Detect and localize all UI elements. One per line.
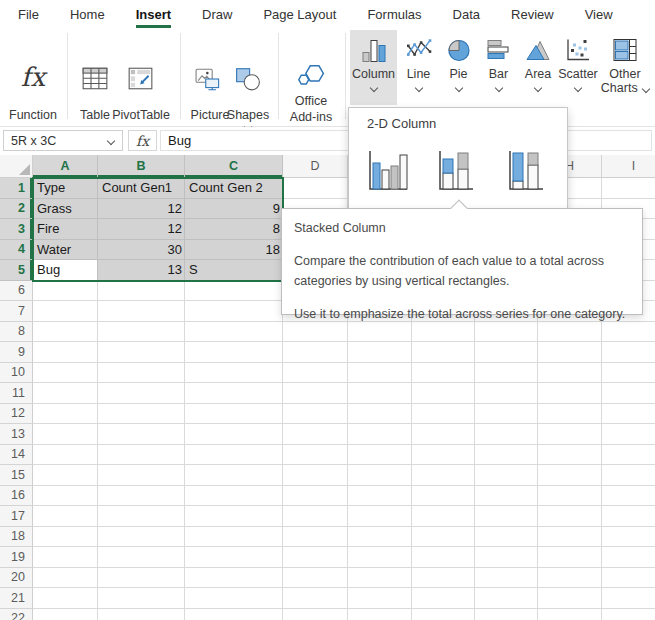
cell-E18[interactable] [348, 527, 412, 548]
cell-B16[interactable] [98, 486, 185, 507]
column-header-I[interactable]: I [602, 155, 655, 178]
row-header-8[interactable]: 8 [0, 322, 33, 343]
menu-tab-formulas[interactable]: Formulas [367, 0, 421, 28]
cell-F12[interactable] [412, 404, 475, 425]
menu-tab-home[interactable]: Home [70, 0, 105, 28]
row-header-2[interactable]: 2 [0, 199, 33, 220]
cell-A10[interactable] [33, 363, 98, 384]
row-header-5[interactable]: 5 [0, 260, 33, 281]
chevron-down-icon[interactable] [574, 84, 582, 92]
cell-H19[interactable] [538, 547, 602, 568]
cell-B21[interactable] [98, 588, 185, 609]
cell-B1[interactable]: Count Gen1 [98, 178, 185, 199]
cell-E22[interactable] [348, 609, 412, 620]
cell-E13[interactable] [348, 424, 412, 445]
cell-I16[interactable] [602, 486, 655, 507]
cell-F8[interactable] [412, 322, 475, 343]
cell-B13[interactable] [98, 424, 185, 445]
cell-C18[interactable] [185, 527, 283, 548]
row-header-11[interactable]: 11 [0, 383, 33, 404]
menu-tab-file[interactable]: File [18, 0, 39, 28]
menu-tab-view[interactable]: View [585, 0, 613, 28]
cell-G13[interactable] [475, 424, 538, 445]
chart-area-button[interactable]: Area [518, 30, 558, 105]
cell-A6[interactable] [33, 281, 98, 302]
cell-C2[interactable]: 9 [185, 199, 283, 220]
row-header-22[interactable]: 22 [0, 609, 33, 620]
cell-C19[interactable] [185, 547, 283, 568]
cell-G11[interactable] [475, 383, 538, 404]
cell-B3[interactable]: 12 [98, 219, 185, 240]
cell-H13[interactable] [538, 424, 602, 445]
cell-H20[interactable] [538, 568, 602, 589]
cell-H18[interactable] [538, 527, 602, 548]
cell-I19[interactable] [602, 547, 655, 568]
cell-C17[interactable] [185, 506, 283, 527]
chevron-down-icon[interactable] [414, 84, 422, 92]
menu-tab-data[interactable]: Data [453, 0, 480, 28]
cell-D19[interactable] [283, 547, 348, 568]
shapes-icon[interactable] [235, 67, 261, 91]
option-100-stacked-column[interactable] [503, 146, 549, 196]
cell-D1[interactable] [283, 178, 348, 199]
cell-G16[interactable] [475, 486, 538, 507]
row-header-7[interactable]: 7 [0, 301, 33, 322]
cell-F10[interactable] [412, 363, 475, 384]
cell-I13[interactable] [602, 424, 655, 445]
cell-B4[interactable]: 30 [98, 240, 185, 261]
chart-bar-button[interactable]: Bar [478, 30, 519, 105]
row-header-10[interactable]: 10 [0, 363, 33, 384]
chevron-down-icon[interactable] [454, 84, 462, 92]
cell-E9[interactable] [348, 342, 412, 363]
insert-function-button[interactable]: fx [128, 130, 157, 151]
cell-E10[interactable] [348, 363, 412, 384]
cell-D17[interactable] [283, 506, 348, 527]
cell-A14[interactable] [33, 445, 98, 466]
menu-tab-page-layout[interactable]: Page Layout [263, 0, 336, 28]
cell-A12[interactable] [33, 404, 98, 425]
column-header-B[interactable]: B [98, 155, 185, 178]
cell-A19[interactable] [33, 547, 98, 568]
cell-C16[interactable] [185, 486, 283, 507]
row-header-18[interactable]: 18 [0, 527, 33, 548]
cell-G8[interactable] [475, 322, 538, 343]
cell-F14[interactable] [412, 445, 475, 466]
cell-B2[interactable]: 12 [98, 199, 185, 220]
row-header-3[interactable]: 3 [0, 219, 33, 240]
cell-F11[interactable] [412, 383, 475, 404]
cell-F9[interactable] [412, 342, 475, 363]
option-stacked-column[interactable] [433, 146, 479, 196]
cell-F20[interactable] [412, 568, 475, 589]
chart-column-button[interactable]: Column [350, 30, 397, 105]
cell-G15[interactable] [475, 465, 538, 486]
cell-C10[interactable] [185, 363, 283, 384]
cell-C20[interactable] [185, 568, 283, 589]
cell-H14[interactable] [538, 445, 602, 466]
cell-H17[interactable] [538, 506, 602, 527]
chevron-down-icon[interactable] [369, 84, 377, 92]
cell-E16[interactable] [348, 486, 412, 507]
row-header-17[interactable]: 17 [0, 506, 33, 527]
pivottable-icon[interactable] [127, 66, 154, 91]
cell-B12[interactable] [98, 404, 185, 425]
cell-C8[interactable] [185, 322, 283, 343]
cell-D14[interactable] [283, 445, 348, 466]
cell-A21[interactable] [33, 588, 98, 609]
cell-C5[interactable]: S [185, 260, 283, 281]
cell-D20[interactable] [283, 568, 348, 589]
cell-G10[interactable] [475, 363, 538, 384]
chevron-down-icon[interactable] [107, 136, 115, 144]
cell-A11[interactable] [33, 383, 98, 404]
row-header-19[interactable]: 19 [0, 547, 33, 568]
cell-H11[interactable] [538, 383, 602, 404]
row-header-15[interactable]: 15 [0, 465, 33, 486]
cell-C13[interactable] [185, 424, 283, 445]
cell-A22[interactable] [33, 609, 98, 620]
cell-H12[interactable] [538, 404, 602, 425]
cell-E20[interactable] [348, 568, 412, 589]
row-header-16[interactable]: 16 [0, 486, 33, 507]
office-addins-button[interactable]: Office [283, 94, 339, 109]
cell-A16[interactable] [33, 486, 98, 507]
cell-E17[interactable] [348, 506, 412, 527]
cell-G19[interactable] [475, 547, 538, 568]
